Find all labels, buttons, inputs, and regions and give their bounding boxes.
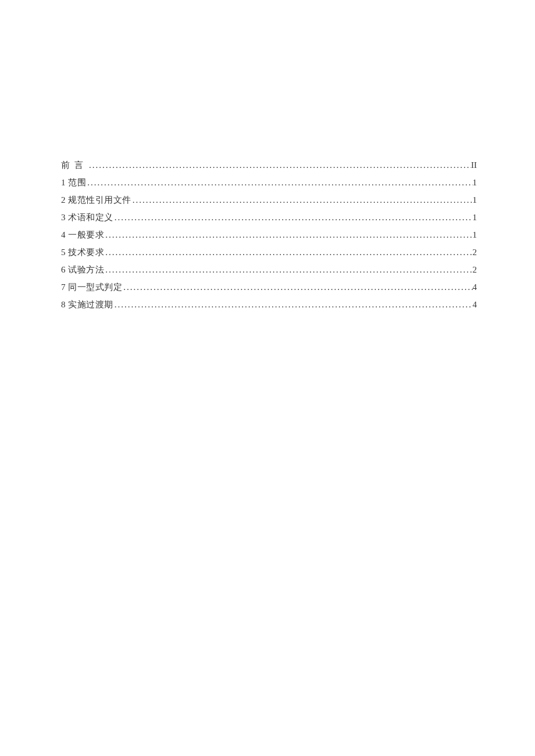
toc-leader-dots <box>113 300 473 310</box>
toc-leader-dots <box>86 178 472 188</box>
toc-label: 2 规范性引用文件 <box>61 195 131 206</box>
toc-label: 7 同一型式判定 <box>61 282 122 293</box>
toc-entry: 6 试验方法 2 <box>61 264 477 275</box>
toc-page-number: II <box>471 160 477 170</box>
toc-leader-dots <box>88 160 471 170</box>
toc-entry: 4 一般要求 1 <box>61 230 477 241</box>
toc-page-number: 4 <box>473 282 477 292</box>
toc-page-number: 2 <box>473 265 477 275</box>
toc-entry: 8 实施过渡期 4 <box>61 299 477 310</box>
toc-label: 前言 <box>61 160 88 171</box>
toc-page-number: 1 <box>473 213 477 223</box>
toc-entry: 7 同一型式判定 4 <box>61 282 477 293</box>
toc-leader-dots <box>122 282 472 292</box>
toc-label: 5 技术要求 <box>61 247 104 258</box>
toc-label: 6 试验方法 <box>61 264 104 275</box>
toc-leader-dots <box>104 248 472 257</box>
toc-page-number: 1 <box>473 178 477 188</box>
toc-label: 8 实施过渡期 <box>61 299 113 310</box>
toc-page-number: 4 <box>473 300 477 310</box>
toc-leader-dots <box>113 213 473 223</box>
toc-label: 4 一般要求 <box>61 230 104 241</box>
toc-leader-dots <box>104 265 472 275</box>
toc-page-number: 1 <box>473 230 477 240</box>
toc-entry: 前言 II <box>61 160 477 171</box>
toc-page-number: 1 <box>473 195 477 205</box>
toc-label: 1 范围 <box>61 177 86 188</box>
toc-leader-dots <box>131 195 473 205</box>
toc-entry: 1 范围 1 <box>61 177 477 188</box>
toc-leader-dots <box>104 230 472 240</box>
toc-entry: 2 规范性引用文件 1 <box>61 195 477 206</box>
toc-entry: 3 术语和定义 1 <box>61 212 477 223</box>
toc-label: 3 术语和定义 <box>61 212 113 223</box>
table-of-contents: 前言 II 1 范围 1 2 规范性引用文件 1 3 术语和定义 1 4 一般要… <box>61 160 477 310</box>
toc-entry: 5 技术要求 2 <box>61 247 477 258</box>
toc-page-number: 2 <box>473 248 477 257</box>
